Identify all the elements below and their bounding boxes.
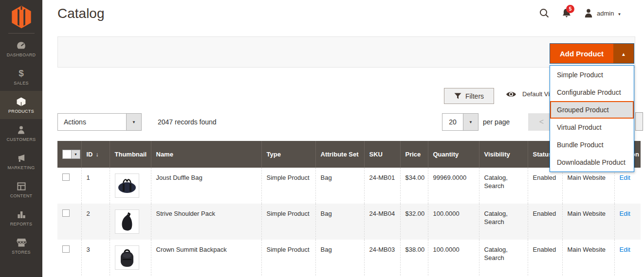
sidebar-divider [8, 33, 35, 34]
page-size-select[interactable]: 20 [442, 113, 478, 131]
search-icon[interactable] [539, 8, 550, 18]
magento-logo-icon [11, 5, 32, 29]
column-header-thumbnail[interactable]: Thumbnail [110, 141, 151, 168]
layout-icon [17, 181, 26, 191]
edit-link[interactable]: Edit [620, 246, 630, 253]
row-checkbox[interactable] [62, 245, 70, 253]
select-all-header [57, 141, 81, 168]
cell-quantity: 100.0000 [428, 204, 479, 240]
cell-visibility: Catalog, Search [479, 240, 528, 276]
page-actions-band [57, 36, 635, 68]
column-header-quantity[interactable]: Quantity [428, 141, 479, 168]
user-icon [584, 8, 593, 18]
records-found-text: 2047 records found [158, 113, 217, 131]
backpack-thumbnail [115, 245, 139, 270]
add-product-button[interactable]: Add Product [550, 44, 613, 63]
actions-select-value: Actions [58, 114, 126, 130]
cell-type: Simple Product [261, 168, 315, 204]
sort-descending-icon: ↓ [96, 151, 99, 158]
edit-link[interactable]: Edit [620, 210, 630, 217]
menu-item-configurable-product[interactable]: Configurable Product [550, 84, 634, 101]
table-row: 1 Joust Duffle Bag Simple Product Bag 24… [57, 168, 641, 204]
edit-link[interactable]: Edit [620, 174, 630, 181]
cell-id: 1 [81, 168, 110, 204]
column-header-attribute-set[interactable]: Attribute Set [315, 141, 364, 168]
header-actions: 5 admin [539, 5, 621, 21]
column-header-type[interactable]: Type [261, 141, 315, 168]
column-label: ID [87, 151, 93, 158]
sidebar-item-marketing[interactable]: MARKETING [0, 147, 42, 175]
column-header-visibility[interactable]: Visibility [479, 141, 528, 168]
menu-item-downloadable-product[interactable]: Downloadable Product [550, 154, 634, 171]
sidebar-item-stores[interactable]: STORES [0, 232, 42, 260]
cell-quantity: 100.0000 [428, 240, 479, 276]
sidebar-item-label: STORES [12, 250, 31, 255]
filter-funnel-icon [454, 93, 461, 99]
menu-item-simple-product[interactable]: Simple Product [550, 66, 634, 84]
chevron-up-icon [621, 49, 626, 58]
column-header-name[interactable]: Name [151, 141, 261, 168]
admin-sidebar: DASHBOARD SALES PRODUCTS CUSTOMERS MARKE… [0, 0, 42, 277]
sidebar-item-content[interactable]: CONTENT [0, 175, 42, 204]
sidebar-item-products[interactable]: PRODUCTS [0, 91, 42, 119]
actions-select[interactable]: Actions [57, 113, 142, 131]
cell-quantity: 99969.0000 [428, 168, 479, 204]
megaphone-icon [16, 153, 26, 163]
page-size-value: 20 [442, 114, 463, 130]
cell-websites: Main Website [562, 168, 614, 204]
page-size-arrow-icon [463, 114, 478, 130]
row-checkbox[interactable] [62, 209, 70, 217]
cell-sku: 24-MB03 [364, 240, 400, 276]
cell-status: Enabled [528, 204, 562, 240]
notifications-bell-icon[interactable]: 5 [561, 8, 572, 18]
current-page-input[interactable] [635, 112, 643, 131]
cell-websites: Main Website [562, 204, 614, 240]
add-product-toggle-button[interactable] [613, 44, 634, 63]
cell-websites: Main Website [562, 240, 614, 276]
cell-status: Enabled [528, 240, 562, 276]
select-all-dropdown-icon [72, 150, 80, 159]
sidebar-item-label: CONTENT [10, 193, 33, 198]
menu-item-bundle-product[interactable]: Bundle Product [550, 136, 634, 154]
magento-logo[interactable] [0, 0, 42, 30]
column-header-sku[interactable]: SKU [364, 141, 400, 168]
chevron-down-icon [617, 9, 621, 17]
cell-name: Strive Shoulder Pack [151, 204, 261, 240]
notification-badge: 5 [566, 5, 574, 13]
filters-button[interactable]: Filters [444, 88, 494, 104]
sidebar-item-customers[interactable]: CUSTOMERS [0, 119, 42, 147]
sidebar-item-sales[interactable]: SALES [0, 63, 42, 91]
duffle-bag-thumbnail [115, 173, 139, 198]
column-header-price[interactable]: Price [400, 141, 428, 168]
select-all-checkbox[interactable] [62, 150, 72, 159]
cell-thumbnail [110, 204, 151, 240]
sidebar-item-label: REPORTS [10, 222, 32, 226]
sidebar-item-label: CUSTOMERS [6, 137, 36, 142]
sidebar-item-reports[interactable]: REPORTS [0, 204, 42, 232]
menu-item-grouped-product[interactable]: Grouped Product [550, 101, 634, 119]
select-all-control[interactable] [62, 150, 80, 159]
add-product-dropdown-menu: Simple Product Configurable Product Grou… [550, 65, 634, 172]
cell-sku: 24-MB04 [364, 204, 400, 240]
column-header-id[interactable]: ID↓ [81, 141, 110, 168]
menu-item-virtual-product[interactable]: Virtual Product [550, 119, 634, 136]
sidebar-item-dashboard[interactable]: DASHBOARD [0, 35, 42, 63]
sidebar-item-label: SALES [14, 81, 29, 86]
actions-select-arrow-icon [126, 114, 141, 130]
table-row: 2 Strive Shoulder Pack Simple Product Ba… [57, 204, 641, 240]
add-product-split-button: Add Product [550, 43, 634, 64]
cube-icon [16, 96, 26, 107]
page-title: Catalog [57, 6, 105, 21]
cell-price: $38.00 [400, 240, 428, 276]
cell-type: Simple Product [261, 240, 315, 276]
cell-name: Joust Duffle Bag [151, 168, 261, 204]
row-checkbox[interactable] [62, 173, 70, 181]
main-content: Catalog 5 admin Add Product F [42, 0, 644, 277]
bar-chart-icon [17, 209, 26, 220]
cell-visibility: Catalog, Search [479, 204, 528, 240]
dashboard-icon [16, 40, 26, 51]
cell-id: 2 [81, 204, 110, 240]
cell-price: $34.00 [400, 168, 428, 204]
cell-status: Enabled [528, 168, 562, 204]
admin-account-menu[interactable]: admin [584, 8, 621, 18]
